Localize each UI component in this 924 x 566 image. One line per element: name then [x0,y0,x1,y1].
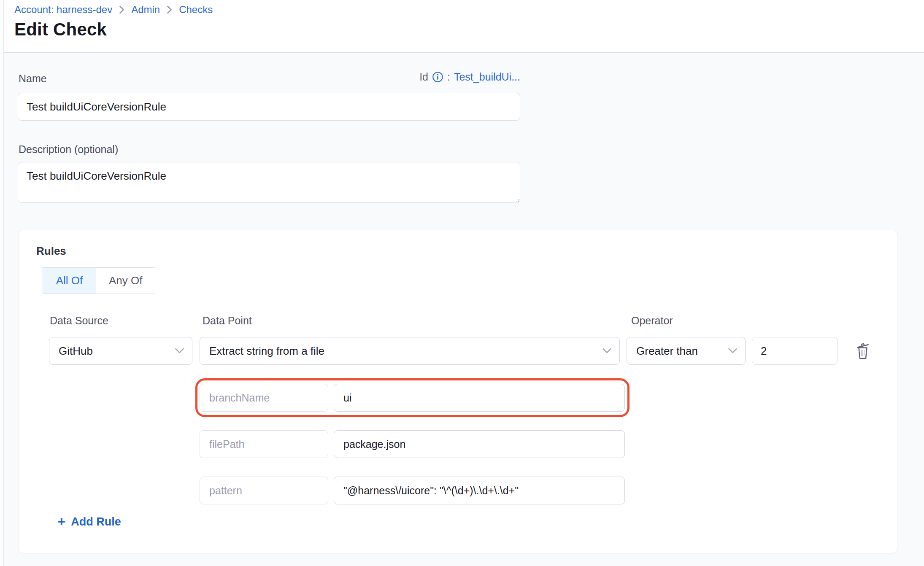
operator-select[interactable]: Greater than [627,337,746,365]
id-label: Id [419,71,428,83]
data-source-selected-value: GitHub [59,345,93,358]
id-colon: : [447,71,450,83]
rules-panel: Rules All Of Any Of Data Source Data Poi… [18,230,897,553]
description-textarea[interactable]: Test buildUiCoreVersionRule [18,162,520,203]
breadcrumb-admin-link[interactable]: Admin [131,4,160,16]
chevron-down-icon [728,348,738,354]
add-rule-button[interactable]: + Add Rule [57,515,121,528]
pattern-key-box: pattern [200,477,328,504]
chevron-right-separator-icon [119,5,124,14]
trash-icon [855,342,871,360]
chevron-right-separator-icon [167,5,172,14]
left-gutter [0,0,4,566]
branch-name-key-box: branchName [200,384,328,412]
id-row: Id : Test_buildUi... [419,71,520,83]
file-path-key-box: filePath [200,430,328,458]
data-point-selected-value: Extract string from a file [209,345,324,358]
any-of-toggle-button[interactable]: Any Of [96,267,155,294]
delete-rule-button[interactable] [852,339,874,363]
operator-column-label: Operator [631,315,673,327]
data-point-select[interactable]: Extract string from a file [200,337,620,365]
operator-value-input[interactable] [752,337,838,365]
data-point-column-label: Data Point [203,315,252,327]
data-source-select[interactable]: GitHub [49,337,192,365]
chevron-down-icon [602,348,612,354]
page-header: Account: harness-dev Admin Checks Edit C… [4,0,924,53]
name-input[interactable] [18,93,520,121]
breadcrumb: Account: harness-dev Admin Checks [14,4,213,16]
plus-icon: + [57,515,65,528]
page-title: Edit Check [14,19,107,40]
breadcrumb-checks-link[interactable]: Checks [179,4,213,16]
breadcrumb-account-link[interactable]: Account: harness-dev [14,4,112,16]
branch-name-value-input[interactable] [334,384,625,412]
add-rule-label: Add Rule [71,515,121,528]
data-source-column-label: Data Source [50,315,108,327]
info-icon[interactable] [432,71,443,83]
rules-title: Rules [36,245,66,258]
rules-match-toggle: All Of Any Of [43,267,155,294]
name-label: Name [19,73,47,85]
operator-selected-value: Greater than [636,345,698,358]
all-of-toggle-button[interactable]: All Of [43,267,96,294]
description-label: Description (optional) [19,143,118,156]
pattern-value-input[interactable] [334,477,625,504]
check-id-link[interactable]: Test_buildUi... [454,71,520,83]
file-path-value-input[interactable] [334,430,625,458]
chevron-down-icon [175,348,184,354]
